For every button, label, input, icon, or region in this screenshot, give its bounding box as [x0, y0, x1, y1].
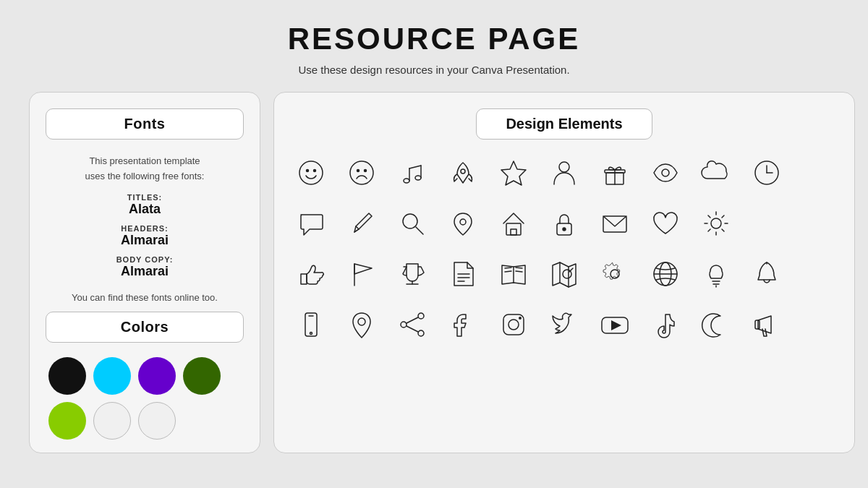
svg-line-37	[722, 229, 724, 231]
svg-point-29	[563, 228, 566, 231]
svg-line-24	[416, 227, 423, 234]
svg-point-5	[365, 170, 367, 172]
youtube-icon	[591, 303, 639, 346]
font-label-body: BODY COPY:	[46, 255, 244, 264]
globe-icon	[642, 252, 689, 296]
trophy-icon	[388, 252, 436, 296]
bell-icon	[743, 252, 791, 296]
svg-line-39	[708, 229, 710, 231]
person-icon	[540, 151, 588, 194]
spacer2	[743, 202, 791, 245]
rocket-icon	[439, 151, 487, 194]
svg-point-6	[404, 179, 409, 183]
gear-icon	[591, 252, 639, 296]
svg-point-64	[418, 313, 424, 319]
share-icon	[388, 303, 436, 346]
svg-point-13	[559, 162, 569, 172]
svg-point-7	[415, 176, 421, 180]
svg-line-38	[722, 215, 724, 218]
svg-line-36	[708, 215, 710, 218]
font-entry-body: BODY COPY: Almarai	[46, 255, 244, 279]
clock-icon	[743, 151, 791, 194]
svg-point-52	[610, 270, 619, 278]
spacer5	[793, 303, 841, 346]
color-white1	[93, 402, 131, 440]
thumbsup-icon	[287, 252, 335, 296]
fonts-description: This presentation templateuses the follo…	[46, 154, 244, 184]
color-circles	[46, 357, 244, 440]
instagram-icon	[490, 303, 537, 346]
svg-point-1	[307, 170, 309, 172]
page-subtitle: Use these design resources in your Canva…	[298, 64, 569, 76]
map-icon	[540, 252, 588, 296]
svg-point-0	[299, 161, 323, 184]
svg-point-71	[519, 317, 522, 320]
svg-line-68	[407, 326, 418, 332]
svg-point-66	[418, 330, 424, 336]
color-white2	[138, 402, 176, 440]
svg-line-21	[356, 226, 359, 229]
icons-grid	[287, 151, 841, 346]
fonts-find: You can find these fonts online too.	[46, 292, 244, 303]
svg-point-62	[310, 333, 312, 335]
home-icon	[490, 202, 537, 245]
lock-icon	[540, 202, 588, 245]
font-name-titles: Alata	[46, 202, 244, 217]
font-entry-titles: TITLES: Alata	[46, 193, 244, 217]
pencil-icon	[338, 202, 386, 245]
spacer3	[793, 202, 841, 245]
spacer1	[793, 151, 841, 194]
twitter-icon	[540, 303, 588, 346]
svg-marker-47	[553, 262, 576, 287]
svg-point-70	[509, 320, 519, 330]
svg-rect-74	[755, 320, 760, 329]
star-icon	[490, 151, 537, 194]
eye-icon	[642, 151, 689, 194]
search-icon	[388, 202, 436, 245]
music-icon	[388, 151, 436, 194]
mail-icon	[591, 202, 639, 245]
fonts-header: Fonts	[46, 108, 244, 140]
svg-point-23	[403, 214, 417, 228]
color-dark-green	[183, 357, 221, 395]
gift-icon	[591, 151, 639, 194]
facebook-icon	[439, 303, 487, 346]
svg-rect-27	[511, 229, 516, 235]
moon-icon	[692, 303, 740, 346]
color-purple	[138, 357, 176, 395]
phone-icon	[287, 303, 335, 346]
design-elements-header: Design Elements	[476, 108, 652, 140]
svg-point-65	[401, 322, 407, 328]
font-entry-headers: HEADERS: Almarai	[46, 224, 244, 248]
colors-header: Colors	[46, 312, 244, 343]
right-panel: Design Elements	[273, 92, 855, 453]
color-black	[48, 357, 86, 395]
book-icon	[490, 252, 537, 296]
svg-point-25	[460, 219, 466, 225]
svg-point-11	[461, 169, 465, 174]
sad-icon	[338, 151, 386, 194]
bulb-icon	[692, 252, 740, 296]
font-label-headers: HEADERS:	[46, 224, 244, 233]
svg-point-31	[711, 218, 721, 228]
cloud-icon	[692, 151, 740, 194]
color-cyan	[93, 357, 131, 395]
svg-point-4	[357, 170, 359, 172]
spacer4	[793, 252, 841, 296]
svg-line-10	[409, 166, 421, 168]
flag-icon	[338, 252, 386, 296]
color-lime	[48, 402, 86, 440]
document-icon	[439, 252, 487, 296]
left-panel: Fonts This presentation templateuses the…	[29, 92, 260, 453]
page-title: RESOURCE PAGE	[288, 22, 581, 56]
svg-point-2	[314, 170, 316, 172]
svg-marker-73	[611, 320, 621, 330]
tiktok-icon	[642, 303, 689, 346]
smile-icon	[287, 151, 335, 194]
pin-icon	[439, 202, 487, 245]
font-name-body: Almarai	[46, 264, 244, 279]
location-icon	[338, 303, 386, 346]
megaphone-icon	[743, 303, 791, 346]
svg-line-67	[407, 317, 418, 323]
heart-icon	[642, 202, 689, 245]
